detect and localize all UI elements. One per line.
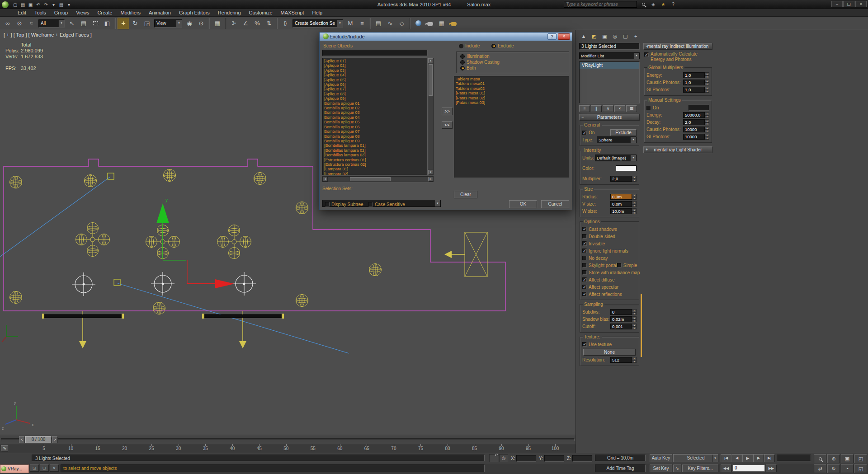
spinner[interactable]: ▴▾ — [632, 194, 637, 200]
spinner[interactable]: ▴▾ — [632, 309, 637, 315]
scene-list-scrollbar[interactable]: ▲ ▼ — [428, 58, 434, 175]
list-item[interactable]: [Estructura cortinas 01] — [324, 158, 427, 162]
spinner[interactable]: ▴▾ — [705, 72, 709, 78]
list-item[interactable]: [Aplique 06] — [324, 82, 427, 87]
light-sphere[interactable] — [369, 264, 382, 276]
zoom-extents-icon[interactable]: ▣ — [841, 454, 854, 463]
checkbox-affect-reflections[interactable]: ✓ — [582, 292, 587, 296]
checkbox-double-sided[interactable] — [582, 234, 587, 239]
list-item[interactable]: [Bombillas lampara 01] — [324, 143, 427, 148]
selection-region-icon[interactable] — [90, 18, 101, 29]
previous-key-button[interactable]: ◀◀ — [721, 465, 731, 472]
rendered-frame-window-icon[interactable]: ▦ — [436, 18, 448, 29]
display-subtree-checkbox[interactable] — [325, 202, 330, 206]
selected-light-helper[interactable] — [72, 272, 95, 296]
next-key-field[interactable] — [777, 455, 811, 461]
spinner[interactable]: ▴▾ — [632, 176, 637, 182]
case-sensitive-checkbox[interactable] — [368, 202, 373, 206]
previous-frame-button[interactable]: ◀ — [731, 454, 742, 462]
list-item[interactable]: Bombilla aplique 08 — [324, 134, 427, 139]
infocenter-search-input[interactable] — [564, 1, 637, 8]
snap-toggle-icon[interactable]: 3ⁿ — [228, 18, 240, 29]
manual-gi-field[interactable]: 10000 — [683, 134, 705, 140]
close-button[interactable]: × — [855, 1, 867, 7]
texture-none-button[interactable]: None — [583, 349, 636, 356]
light-sphere[interactable] — [164, 169, 176, 182]
maximize-button[interactable]: ▢ — [843, 1, 854, 7]
spinner[interactable]: ▴▾ — [632, 324, 637, 329]
exclude-radio[interactable]: Exclude — [491, 43, 514, 48]
undo-icon[interactable]: ↶ — [34, 2, 42, 7]
quick-render-icon[interactable] — [448, 18, 459, 29]
spinner[interactable]: ▴▾ — [632, 316, 637, 322]
list-item[interactable]: [Lampara 01] — [324, 167, 427, 171]
shadow-casting-radio[interactable]: Shadow Casting — [460, 60, 500, 65]
layer-manager-icon[interactable]: ▤ — [373, 18, 384, 29]
next-frame-arrow[interactable]: > — [52, 436, 58, 443]
mental-ray-indirect-rollout-header[interactable]: − mental ray Indirect Illumination — [643, 43, 712, 50]
list-item[interactable]: [Patas mesa 01] — [456, 91, 569, 95]
ok-button[interactable]: OK — [509, 200, 537, 208]
open-file-icon[interactable]: ▤ — [19, 2, 27, 7]
spinner[interactable]: ▴▾ — [632, 201, 637, 207]
on-checkbox[interactable]: ✓ — [582, 131, 587, 135]
window-crossing-icon[interactable]: ◧ — [101, 18, 113, 29]
menu-item-modifiers[interactable]: Modifiers — [116, 10, 145, 15]
selection-handle[interactable] — [108, 173, 114, 179]
light-sphere[interactable] — [10, 291, 22, 304]
app-logo-icon[interactable] — [2, 1, 9, 8]
cancel-button[interactable]: Cancel — [541, 200, 569, 208]
open-mini-curve-editor-icon[interactable]: ∿ — [1, 445, 8, 452]
checkbox-skylight-portal[interactable] — [582, 263, 587, 268]
checkbox-no-decay[interactable] — [582, 256, 587, 260]
select-and-scale-icon[interactable]: ◲ — [141, 18, 153, 29]
dialog-help-button[interactable]: ? — [547, 33, 557, 40]
list-item[interactable]: [Aplique 01] — [324, 59, 427, 63]
list-item[interactable]: Bombilla aplique 07 — [324, 129, 427, 134]
light-sphere[interactable] — [254, 173, 266, 185]
parameters-rollout-header[interactable]: − Parameters — [579, 114, 640, 121]
qat-dropdown-icon[interactable]: ▾ — [50, 2, 57, 7]
scroll-left-icon[interactable]: ◄ — [323, 177, 328, 182]
checkbox-affect-specular[interactable]: ✓ — [582, 285, 587, 289]
spinner[interactable]: ▴▾ — [705, 134, 709, 140]
scroll-right-icon[interactable]: ► — [428, 177, 433, 182]
angle-snap-icon[interactable]: ∠ — [240, 18, 251, 29]
selection-handle[interactable] — [114, 279, 120, 286]
energy-field[interactable]: 1,0 — [683, 72, 705, 78]
spinner[interactable]: ▴▾ — [632, 208, 637, 214]
field-of-view-icon[interactable]: ◔ — [841, 464, 854, 473]
menu-item-rendering[interactable]: Rendering — [214, 10, 245, 15]
select-and-link-icon[interactable]: ∞ — [2, 18, 14, 29]
v-size-field[interactable]: 0,0m — [610, 201, 632, 207]
list-item[interactable]: [Bombillas lampara 03] — [324, 153, 427, 157]
checkbox-cast-shadows[interactable]: ✓ — [582, 227, 587, 231]
pan-icon[interactable]: ⇄ — [814, 464, 826, 473]
spinner-snap-icon[interactable]: ⇅ — [263, 18, 275, 29]
list-item[interactable]: Bombilla aplique 02 — [324, 106, 427, 110]
help-icon[interactable]: ? — [669, 1, 677, 8]
spinner[interactable]: ▴▾ — [632, 357, 637, 363]
selection-filter-dropdown[interactable]: All▼ — [38, 19, 65, 28]
spinner[interactable]: ▴▾ — [705, 87, 709, 93]
ceiling-lamp-cluster[interactable] — [76, 223, 110, 257]
list-item[interactable]: Bombilla aplique 06 — [324, 125, 427, 129]
list-item[interactable]: Bombilla aplique 09 — [324, 139, 427, 143]
manual-caustic-field[interactable]: 10000 — [683, 127, 705, 132]
menu-item-edit[interactable]: Edit — [14, 10, 30, 15]
menu-item-views[interactable]: Views — [72, 10, 93, 15]
list-item[interactable]: Tablero mesa — [456, 77, 569, 81]
auto-calculate-checkbox[interactable]: ✓ — [644, 52, 649, 57]
list-item[interactable]: [Lampara 02] — [324, 172, 427, 175]
transfer-left-button[interactable]: << — [442, 121, 453, 129]
close-window-icon[interactable]: × — [50, 465, 59, 472]
checkbox-store-with-irradiance-map[interactable] — [582, 270, 587, 275]
spinner[interactable]: ▴▾ — [705, 127, 709, 132]
key-mode-dropdown[interactable]: Selected▼ — [673, 454, 718, 462]
maximize-viewport-icon[interactable]: ◱ — [854, 464, 867, 473]
configure-modifier-sets-icon[interactable]: ▦ — [626, 105, 637, 112]
percent-snap-icon[interactable]: % — [251, 18, 263, 29]
menu-item-tools[interactable]: Tools — [30, 10, 50, 15]
x-coordinate-field[interactable] — [516, 455, 536, 462]
next-key-button[interactable]: ▶▶ — [766, 465, 777, 472]
